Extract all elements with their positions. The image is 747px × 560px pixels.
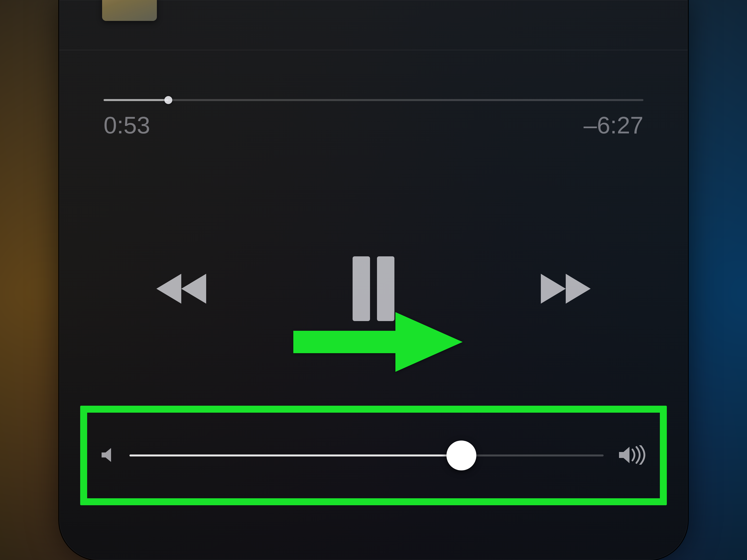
- volume-low-icon: [101, 447, 114, 464]
- volume-slider[interactable]: [129, 454, 603, 457]
- fast-forward-button[interactable]: [538, 271, 593, 306]
- rewind-icon: [154, 271, 209, 306]
- pause-icon: [349, 256, 398, 321]
- album-art-thumbnail[interactable]: [102, 0, 157, 21]
- volume-fill: [129, 454, 461, 456]
- play-pause-button[interactable]: [349, 256, 398, 321]
- scrubber-thumb[interactable]: [164, 96, 172, 104]
- transport-controls: [59, 256, 688, 321]
- scrubber-track: [104, 99, 643, 101]
- scrubber-fill: [104, 99, 168, 101]
- volume-row: [101, 438, 646, 473]
- volume-thumb[interactable]: [446, 441, 476, 471]
- svg-rect-0: [353, 256, 370, 321]
- now-playing-panel: 0:53 –6:27: [59, 0, 688, 560]
- playback-scrubber[interactable]: [104, 99, 643, 102]
- fast-forward-icon: [538, 271, 593, 306]
- rewind-button[interactable]: [154, 271, 209, 306]
- svg-rect-1: [377, 256, 394, 321]
- volume-high-icon: [619, 445, 646, 466]
- elapsed-time-label: 0:53: [104, 111, 150, 139]
- remaining-time-label: –6:27: [584, 111, 643, 139]
